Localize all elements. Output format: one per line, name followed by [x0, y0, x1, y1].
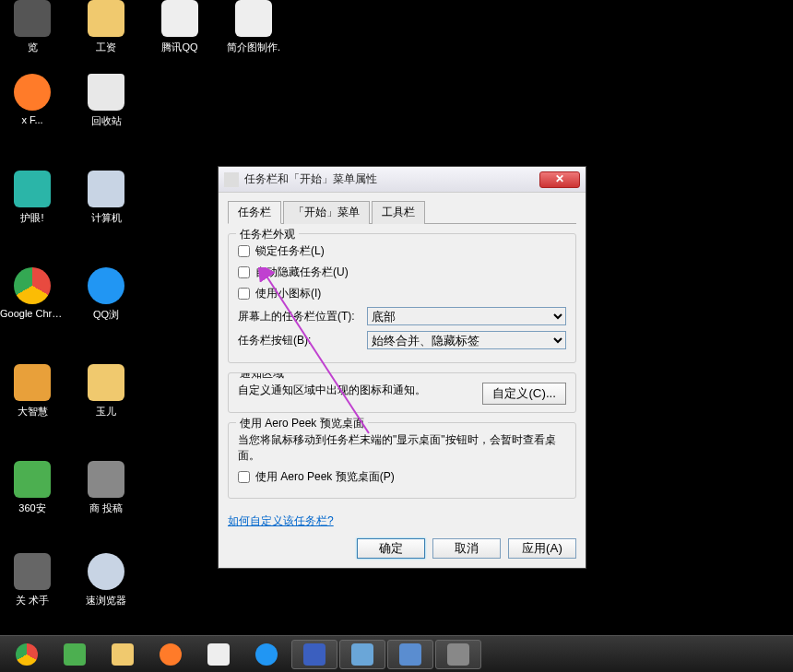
tabs: 任务栏 「开始」菜单 工具栏 [228, 200, 576, 224]
icon-label: 商 投稿 [74, 501, 138, 515]
tab-toolbars[interactable]: 工具栏 [372, 201, 425, 224]
help-link[interactable]: 如何自定义该任务栏? [228, 513, 334, 529]
desktop-icon[interactable]: Google Chrome [0, 267, 65, 319]
aero-peek-label: 使用 Aero Peek 预览桌面(P) [255, 469, 395, 485]
folder-icon [14, 0, 51, 37]
icon-label: 览 [0, 41, 65, 54]
desktop-icon[interactable]: 商 投稿 [74, 461, 138, 515]
aero-peek-checkbox[interactable] [238, 471, 250, 483]
desktop-icon[interactable]: 览 [0, 0, 65, 54]
app-icon [14, 553, 51, 590]
apply-button[interactable]: 应用(A) [508, 538, 576, 559]
buttons-label: 任务栏按钮(B): [238, 333, 367, 348]
lock-taskbar-checkbox[interactable] [238, 245, 250, 257]
icon-label: 大智慧 [0, 405, 65, 419]
icon-label: 回收站 [74, 114, 138, 128]
taskbar [0, 635, 793, 672]
taskbar-shield[interactable] [52, 640, 98, 669]
desktop-icon[interactable]: 玉儿 [74, 364, 138, 419]
appearance-legend: 任务栏外观 [236, 227, 299, 242]
desktop-icon[interactable]: 护眼! [0, 171, 65, 225]
icon-label: 护眼! [0, 211, 65, 225]
dialog-buttons: 确定 取消 应用(A) [228, 538, 576, 559]
icon-label: Google Chrome [0, 308, 65, 319]
window-title: 任务栏和「开始」菜单属性 [244, 171, 539, 187]
notify-legend: 通知区域 [236, 372, 288, 382]
taskbar-document[interactable] [195, 640, 242, 669]
document-icon [207, 643, 230, 666]
taskbar-qq[interactable] [243, 640, 290, 669]
desktop-icon[interactable]: 360安 [0, 461, 65, 515]
qq-browser-icon [88, 267, 124, 304]
desktop-icon[interactable]: 速浏览器 [74, 553, 138, 607]
taskbar-properties-dialog: 任务栏和「开始」菜单属性 ✕ 任务栏 「开始」菜单 工具栏 任务栏外观 锁定任务… [218, 166, 586, 569]
app-icon [235, 0, 272, 37]
auto-hide-label: 自动隐藏任务栏(U) [255, 265, 349, 280]
desktop-icon[interactable]: 大智慧 [0, 364, 65, 419]
word-icon [303, 643, 325, 666]
dialog-body: 任务栏 「开始」菜单 工具栏 任务栏外观 锁定任务栏(L) 自动隐藏任务栏(U)… [219, 193, 586, 568]
auto-hide-checkbox[interactable] [238, 266, 250, 278]
chrome-icon [14, 267, 51, 304]
desktop-icon[interactable]: QQ浏 [74, 267, 138, 322]
image-icon [399, 643, 421, 666]
window-icon [224, 172, 239, 187]
customize-button[interactable]: 自定义(C)... [482, 383, 566, 405]
desktop-icon[interactable]: 关 术手 [0, 553, 65, 607]
tab-start-menu[interactable]: 「开始」菜单 [283, 201, 370, 224]
chrome-icon [16, 643, 38, 666]
taskbar-image[interactable] [387, 640, 433, 669]
icon-label: 简介图制作. [221, 41, 286, 54]
appearance-group: 任务栏外观 锁定任务栏(L) 自动隐藏任务栏(U) 使用小图标(I) 屏幕上的任… [228, 233, 576, 363]
folder-icon [88, 0, 124, 37]
icon-label: 360安 [0, 501, 65, 515]
taskbar-word[interactable] [291, 640, 337, 669]
desktop-icon[interactable]: 工资 [74, 0, 138, 54]
aero-peek-group: 使用 Aero Peek 预览桌面 当您将鼠标移动到任务栏末端的"显示桌面"按钮… [228, 422, 576, 499]
close-button[interactable]: ✕ [539, 171, 580, 188]
small-icons-checkbox[interactable] [238, 288, 250, 300]
desktop-icon[interactable]: 回收站 [74, 74, 138, 128]
icon-label: x F... [0, 114, 65, 125]
chart-icon [14, 364, 51, 401]
ok-button[interactable]: 确定 [357, 538, 425, 559]
tab-taskbar[interactable]: 任务栏 [228, 201, 281, 224]
icon-label: 计算机 [74, 211, 138, 225]
buttons-select[interactable]: 始终合并、隐藏标签 [367, 331, 566, 349]
position-select[interactable]: 底部 [367, 307, 566, 325]
firefox-icon [160, 643, 182, 666]
desktop-icon[interactable]: x F... [0, 74, 65, 125]
small-icons-label: 使用小图标(I) [255, 286, 321, 301]
icon-label: 关 术手 [0, 594, 65, 607]
icon-label: 玉儿 [74, 405, 138, 419]
app-icon [88, 461, 124, 498]
folder-icon [88, 364, 124, 401]
qq-icon [161, 0, 198, 37]
icon-label: 速浏览器 [74, 594, 138, 607]
desktop-icon[interactable]: 腾讯QQ [148, 0, 212, 54]
taskbar-app[interactable] [339, 640, 385, 669]
icon-label: 工资 [74, 41, 138, 54]
recycle-bin-icon [88, 74, 124, 111]
aero-text: 当您将鼠标移动到任务栏末端的"显示桌面"按钮时，会暂时查看桌面。 [238, 432, 566, 464]
shield-icon [14, 461, 51, 498]
taskbar-explorer[interactable] [100, 640, 146, 669]
shield-icon [64, 643, 86, 666]
browser-icon [88, 553, 124, 590]
explorer-icon [112, 643, 134, 666]
titlebar[interactable]: 任务栏和「开始」菜单属性 ✕ [219, 167, 586, 193]
taskbar-display[interactable] [435, 640, 481, 669]
computer-icon [88, 171, 124, 207]
app-icon [351, 643, 373, 666]
position-label: 屏幕上的任务栏位置(T): [238, 309, 367, 324]
icon-label: 腾讯QQ [148, 41, 212, 54]
qq-icon [255, 643, 278, 666]
taskbar-firefox[interactable] [148, 640, 194, 669]
desktop-icon[interactable]: 计算机 [74, 171, 138, 225]
cancel-button[interactable]: 取消 [432, 538, 501, 559]
eye-icon [14, 171, 51, 207]
desktop-icon[interactable]: 简介图制作. [221, 0, 286, 54]
taskbar-chrome[interactable] [4, 640, 50, 669]
firefox-icon [14, 74, 51, 111]
lock-taskbar-label: 锁定任务栏(L) [255, 243, 325, 259]
